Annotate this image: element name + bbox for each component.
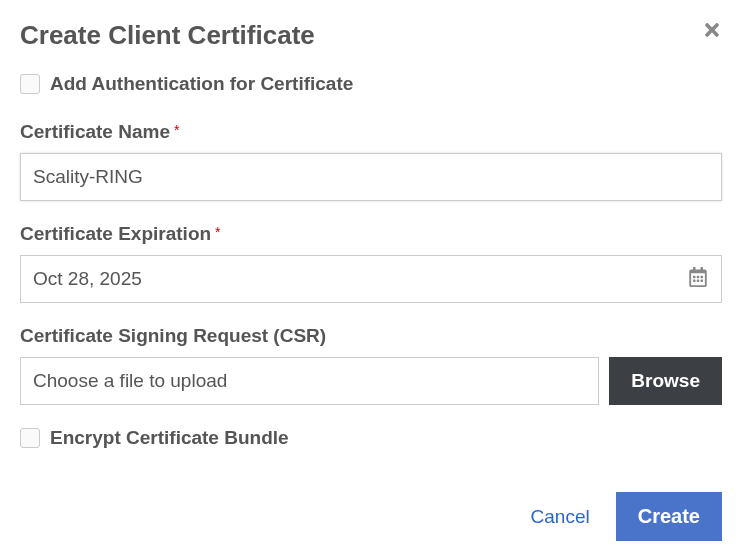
close-icon[interactable] — [702, 20, 722, 40]
create-client-certificate-dialog: Create Client Certificate Add Authentica… — [0, 0, 742, 495]
certificate-name-input[interactable] — [20, 153, 722, 201]
certificate-name-label: Certificate Name * — [20, 121, 722, 143]
encrypt-bundle-label: Encrypt Certificate Bundle — [50, 427, 289, 449]
certificate-name-field: Certificate Name * — [20, 121, 722, 201]
dialog-header: Create Client Certificate — [20, 20, 722, 51]
csr-label: Certificate Signing Request (CSR) — [20, 325, 722, 347]
add-authentication-row: Add Authentication for Certificate — [20, 73, 722, 95]
encrypt-bundle-row: Encrypt Certificate Bundle — [20, 427, 722, 449]
dialog-footer: Cancel Create — [531, 492, 722, 541]
browse-button[interactable]: Browse — [609, 357, 722, 405]
encrypt-bundle-checkbox[interactable] — [20, 428, 40, 448]
add-authentication-label: Add Authentication for Certificate — [50, 73, 353, 95]
add-authentication-checkbox[interactable] — [20, 74, 40, 94]
required-indicator: * — [174, 122, 179, 138]
dialog-title: Create Client Certificate — [20, 20, 315, 51]
certificate-expiration-field: Certificate Expiration * — [20, 223, 722, 303]
csr-file-input[interactable]: Choose a file to upload — [20, 357, 599, 405]
certificate-expiration-input[interactable] — [20, 255, 722, 303]
create-button[interactable]: Create — [616, 492, 722, 541]
csr-field: Certificate Signing Request (CSR) Choose… — [20, 325, 722, 405]
required-indicator: * — [215, 224, 220, 240]
cancel-button[interactable]: Cancel — [531, 506, 590, 528]
certificate-expiration-label: Certificate Expiration * — [20, 223, 722, 245]
